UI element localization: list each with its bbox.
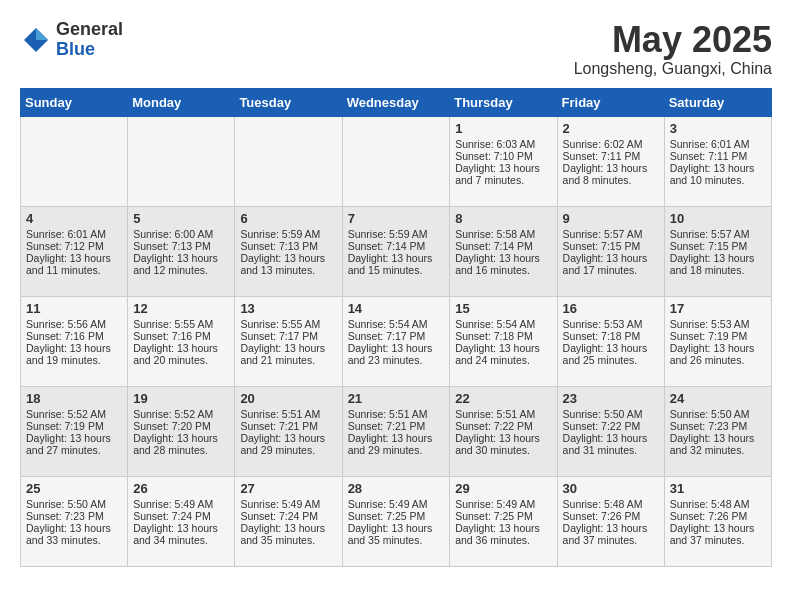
sunset-text: Sunset: 7:18 PM (455, 330, 551, 342)
title-area: May 2025 Longsheng, Guangxi, China (574, 20, 772, 78)
day-number: 31 (670, 481, 766, 496)
sunrise-text: Sunrise: 5:59 AM (348, 228, 445, 240)
sunrise-text: Sunrise: 5:51 AM (455, 408, 551, 420)
calendar-cell: 26Sunrise: 5:49 AMSunset: 7:24 PMDayligh… (128, 476, 235, 566)
day-number: 20 (240, 391, 336, 406)
day-number: 9 (563, 211, 659, 226)
day-number: 7 (348, 211, 445, 226)
day-number: 2 (563, 121, 659, 136)
sunrise-text: Sunrise: 5:51 AM (240, 408, 336, 420)
day-number: 4 (26, 211, 122, 226)
calendar-cell: 7Sunrise: 5:59 AMSunset: 7:14 PMDaylight… (342, 206, 450, 296)
page-header: General Blue May 2025 Longsheng, Guangxi… (20, 20, 772, 78)
daylight-text: Daylight: 13 hours and 29 minutes. (240, 432, 336, 456)
sunset-text: Sunset: 7:15 PM (563, 240, 659, 252)
daylight-text: Daylight: 13 hours and 36 minutes. (455, 522, 551, 546)
sunset-text: Sunset: 7:19 PM (670, 330, 766, 342)
sunset-text: Sunset: 7:26 PM (563, 510, 659, 522)
weekday-header-sunday: Sunday (21, 88, 128, 116)
calendar-table: SundayMondayTuesdayWednesdayThursdayFrid… (20, 88, 772, 567)
logo: General Blue (20, 20, 123, 60)
sunset-text: Sunset: 7:25 PM (455, 510, 551, 522)
daylight-text: Daylight: 13 hours and 30 minutes. (455, 432, 551, 456)
sunset-text: Sunset: 7:22 PM (563, 420, 659, 432)
daylight-text: Daylight: 13 hours and 13 minutes. (240, 252, 336, 276)
sunset-text: Sunset: 7:14 PM (348, 240, 445, 252)
sunset-text: Sunset: 7:16 PM (26, 330, 122, 342)
svg-marker-1 (36, 28, 48, 40)
day-number: 30 (563, 481, 659, 496)
sunrise-text: Sunrise: 5:48 AM (670, 498, 766, 510)
day-number: 23 (563, 391, 659, 406)
calendar-cell: 9Sunrise: 5:57 AMSunset: 7:15 PMDaylight… (557, 206, 664, 296)
sunset-text: Sunset: 7:23 PM (26, 510, 122, 522)
daylight-text: Daylight: 13 hours and 24 minutes. (455, 342, 551, 366)
calendar-cell: 10Sunrise: 5:57 AMSunset: 7:15 PMDayligh… (664, 206, 771, 296)
day-number: 1 (455, 121, 551, 136)
calendar-cell: 22Sunrise: 5:51 AMSunset: 7:22 PMDayligh… (450, 386, 557, 476)
sunrise-text: Sunrise: 5:52 AM (26, 408, 122, 420)
sunset-text: Sunset: 7:15 PM (670, 240, 766, 252)
daylight-text: Daylight: 13 hours and 28 minutes. (133, 432, 229, 456)
daylight-text: Daylight: 13 hours and 27 minutes. (26, 432, 122, 456)
sunset-text: Sunset: 7:13 PM (133, 240, 229, 252)
sunset-text: Sunset: 7:25 PM (348, 510, 445, 522)
calendar-cell: 29Sunrise: 5:49 AMSunset: 7:25 PMDayligh… (450, 476, 557, 566)
calendar-cell: 14Sunrise: 5:54 AMSunset: 7:17 PMDayligh… (342, 296, 450, 386)
daylight-text: Daylight: 13 hours and 35 minutes. (348, 522, 445, 546)
day-number: 21 (348, 391, 445, 406)
calendar-week-4: 18Sunrise: 5:52 AMSunset: 7:19 PMDayligh… (21, 386, 772, 476)
calendar-cell: 16Sunrise: 5:53 AMSunset: 7:18 PMDayligh… (557, 296, 664, 386)
calendar-cell: 27Sunrise: 5:49 AMSunset: 7:24 PMDayligh… (235, 476, 342, 566)
sunset-text: Sunset: 7:13 PM (240, 240, 336, 252)
daylight-text: Daylight: 13 hours and 16 minutes. (455, 252, 551, 276)
sunset-text: Sunset: 7:26 PM (670, 510, 766, 522)
calendar-cell: 20Sunrise: 5:51 AMSunset: 7:21 PMDayligh… (235, 386, 342, 476)
sunset-text: Sunset: 7:11 PM (563, 150, 659, 162)
sunrise-text: Sunrise: 6:02 AM (563, 138, 659, 150)
logo-icon (20, 24, 52, 56)
daylight-text: Daylight: 13 hours and 17 minutes. (563, 252, 659, 276)
sunrise-text: Sunrise: 6:01 AM (670, 138, 766, 150)
day-number: 14 (348, 301, 445, 316)
day-number: 27 (240, 481, 336, 496)
daylight-text: Daylight: 13 hours and 33 minutes. (26, 522, 122, 546)
daylight-text: Daylight: 13 hours and 31 minutes. (563, 432, 659, 456)
sunrise-text: Sunrise: 5:59 AM (240, 228, 336, 240)
daylight-text: Daylight: 13 hours and 20 minutes. (133, 342, 229, 366)
day-number: 18 (26, 391, 122, 406)
daylight-text: Daylight: 13 hours and 26 minutes. (670, 342, 766, 366)
calendar-cell: 24Sunrise: 5:50 AMSunset: 7:23 PMDayligh… (664, 386, 771, 476)
day-number: 6 (240, 211, 336, 226)
calendar-cell: 30Sunrise: 5:48 AMSunset: 7:26 PMDayligh… (557, 476, 664, 566)
day-number: 12 (133, 301, 229, 316)
sunrise-text: Sunrise: 5:49 AM (133, 498, 229, 510)
calendar-cell: 12Sunrise: 5:55 AMSunset: 7:16 PMDayligh… (128, 296, 235, 386)
calendar-cell: 11Sunrise: 5:56 AMSunset: 7:16 PMDayligh… (21, 296, 128, 386)
calendar-cell: 19Sunrise: 5:52 AMSunset: 7:20 PMDayligh… (128, 386, 235, 476)
calendar-cell: 18Sunrise: 5:52 AMSunset: 7:19 PMDayligh… (21, 386, 128, 476)
day-number: 26 (133, 481, 229, 496)
location-text: Longsheng, Guangxi, China (574, 60, 772, 78)
calendar-cell: 17Sunrise: 5:53 AMSunset: 7:19 PMDayligh… (664, 296, 771, 386)
sunrise-text: Sunrise: 5:53 AM (563, 318, 659, 330)
daylight-text: Daylight: 13 hours and 35 minutes. (240, 522, 336, 546)
day-number: 15 (455, 301, 551, 316)
sunrise-text: Sunrise: 5:48 AM (563, 498, 659, 510)
day-number: 11 (26, 301, 122, 316)
day-number: 19 (133, 391, 229, 406)
daylight-text: Daylight: 13 hours and 32 minutes. (670, 432, 766, 456)
day-number: 13 (240, 301, 336, 316)
calendar-week-1: 1Sunrise: 6:03 AMSunset: 7:10 PMDaylight… (21, 116, 772, 206)
day-number: 29 (455, 481, 551, 496)
sunset-text: Sunset: 7:21 PM (240, 420, 336, 432)
calendar-cell: 3Sunrise: 6:01 AMSunset: 7:11 PMDaylight… (664, 116, 771, 206)
sunrise-text: Sunrise: 5:53 AM (670, 318, 766, 330)
sunrise-text: Sunrise: 5:49 AM (455, 498, 551, 510)
calendar-week-5: 25Sunrise: 5:50 AMSunset: 7:23 PMDayligh… (21, 476, 772, 566)
daylight-text: Daylight: 13 hours and 8 minutes. (563, 162, 659, 186)
sunrise-text: Sunrise: 5:58 AM (455, 228, 551, 240)
sunset-text: Sunset: 7:22 PM (455, 420, 551, 432)
calendar-cell: 15Sunrise: 5:54 AMSunset: 7:18 PMDayligh… (450, 296, 557, 386)
daylight-text: Daylight: 13 hours and 18 minutes. (670, 252, 766, 276)
